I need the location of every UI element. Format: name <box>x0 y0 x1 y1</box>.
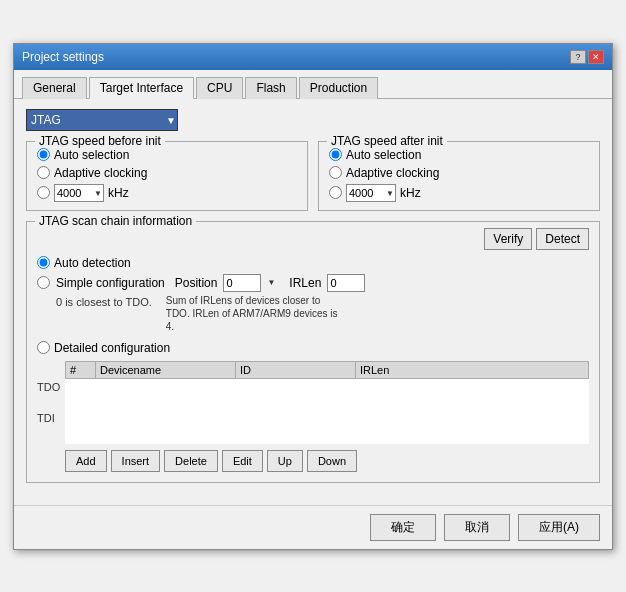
auto-detection-label: Auto detection <box>54 256 131 270</box>
table-body <box>65 379 589 444</box>
window-title: Project settings <box>22 50 104 64</box>
cancel-button[interactable]: 取消 <box>444 514 510 541</box>
irlen-label: IRLen <box>289 276 321 290</box>
pos-irlen-row: Simple configuration Position 0 1 2 ▼ IR… <box>56 274 365 292</box>
col-irlen: IRLen <box>356 361 589 378</box>
title-bar-buttons: ? ✕ <box>570 50 604 64</box>
verify-detect-buttons: Verify Detect <box>484 228 589 250</box>
after-khz-select[interactable]: 4000 2000 1000 <box>346 184 396 202</box>
tdo-tdi-labels: TDO TDI <box>37 361 61 444</box>
speed-before-init-label: JTAG speed before init <box>35 134 165 148</box>
apply-button[interactable]: 应用(A) <box>518 514 600 541</box>
table-header: # Devicename ID IRLen <box>65 361 589 379</box>
col-id: ID <box>236 361 356 378</box>
table-row <box>65 391 589 403</box>
tab-content: JTAG SWD ▼ JTAG speed before init Auto s… <box>14 99 612 505</box>
down-button[interactable]: Down <box>307 450 357 472</box>
speed-before-init-group: JTAG speed before init Auto selection Ad… <box>26 141 308 211</box>
tdi-label: TDI <box>37 412 61 424</box>
table-wrapper: # Devicename ID IRLen <box>65 361 589 444</box>
before-khz-select[interactable]: 4000 2000 1000 <box>54 184 104 202</box>
tab-target-interface[interactable]: Target Interface <box>89 77 194 99</box>
auto-detection-row: Auto detection <box>37 256 589 270</box>
after-khz-radio[interactable] <box>329 186 342 199</box>
tab-production[interactable]: Production <box>299 77 378 99</box>
tabs-bar: General Target Interface CPU Flash Produ… <box>14 70 612 99</box>
before-auto-row: Auto selection <box>37 148 297 162</box>
position-label: Position <box>175 276 218 290</box>
after-auto-label: Auto selection <box>346 148 421 162</box>
jtag-select-row: JTAG SWD ▼ <box>26 109 600 131</box>
desc-row: 0 is closest to TDO. Sum of IRLens of de… <box>56 294 365 333</box>
detailed-config-label: Detailed configuration <box>54 341 170 355</box>
table-row <box>65 403 589 415</box>
zero-desc: 0 is closest to TDO. <box>56 296 152 308</box>
position-dropdown-arrow: ▼ <box>267 278 275 287</box>
position-select-wrapper: 0 1 2 <box>223 274 261 292</box>
col-hash: # <box>66 361 96 378</box>
verify-button[interactable]: Verify <box>484 228 532 250</box>
scan-chain-label: JTAG scan chain information <box>35 214 196 228</box>
tab-cpu[interactable]: CPU <box>196 77 243 99</box>
table-action-buttons: Add Insert Delete Edit Up Down <box>37 450 589 472</box>
table-header-row: # Devicename ID IRLen <box>65 361 589 379</box>
simple-config-inline: Simple configuration Position 0 1 2 ▼ IR… <box>56 274 365 333</box>
jtag-select-wrapper: JTAG SWD ▼ <box>26 109 178 131</box>
simple-config-label: Simple configuration <box>56 276 165 290</box>
after-auto-radio[interactable] <box>329 148 342 161</box>
delete-button[interactable]: Delete <box>164 450 218 472</box>
position-select[interactable]: 0 1 2 <box>223 274 261 292</box>
table-area: TDO TDI # Devicename ID IRLen <box>37 361 589 444</box>
project-settings-window: Project settings ? ✕ General Target Inte… <box>13 43 613 550</box>
help-button[interactable]: ? <box>570 50 586 64</box>
after-adaptive-label: Adaptive clocking <box>346 166 439 180</box>
scan-chain-header: Verify Detect <box>37 228 589 250</box>
footer: 确定 取消 应用(A) <box>14 505 612 549</box>
tab-flash[interactable]: Flash <box>245 77 296 99</box>
before-khz-unit: kHz <box>108 186 129 200</box>
tdo-label: TDO <box>37 381 61 393</box>
table-row <box>65 379 589 391</box>
detect-button[interactable]: Detect <box>536 228 589 250</box>
before-adaptive-row: Adaptive clocking <box>37 166 297 180</box>
scan-chain-group: JTAG scan chain information Verify Detec… <box>26 221 600 483</box>
auto-detection-radio[interactable] <box>37 256 50 269</box>
speed-after-init-group: JTAG speed after init Auto selection Ada… <box>318 141 600 211</box>
before-khz-radio[interactable] <box>37 186 50 199</box>
title-bar: Project settings ? ✕ <box>14 44 612 70</box>
simple-config-row: Simple configuration Position 0 1 2 ▼ IR… <box>37 274 589 333</box>
before-khz-select-wrapper: 4000 2000 1000 ▼ <box>54 184 104 202</box>
after-adaptive-radio[interactable] <box>329 166 342 179</box>
close-button[interactable]: ✕ <box>588 50 604 64</box>
ok-button[interactable]: 确定 <box>370 514 436 541</box>
edit-button[interactable]: Edit <box>222 450 263 472</box>
speed-groups-row: JTAG speed before init Auto selection Ad… <box>26 141 600 211</box>
after-khz-select-wrapper: 4000 2000 1000 ▼ <box>346 184 396 202</box>
before-auto-label: Auto selection <box>54 148 129 162</box>
irlen-desc: Sum of IRLens of devices closer to TDO. … <box>166 294 346 333</box>
after-adaptive-row: Adaptive clocking <box>329 166 589 180</box>
up-button[interactable]: Up <box>267 450 303 472</box>
before-adaptive-label: Adaptive clocking <box>54 166 147 180</box>
add-button[interactable]: Add <box>65 450 107 472</box>
irlen-input[interactable] <box>327 274 365 292</box>
speed-after-init-label: JTAG speed after init <box>327 134 447 148</box>
before-auto-radio[interactable] <box>37 148 50 161</box>
detailed-config-row: Detailed configuration <box>37 341 589 355</box>
after-khz-row: 4000 2000 1000 ▼ kHz <box>329 184 589 202</box>
col-devicename: Devicename <box>96 361 236 378</box>
after-khz-unit: kHz <box>400 186 421 200</box>
tab-general[interactable]: General <box>22 77 87 99</box>
insert-button[interactable]: Insert <box>111 450 161 472</box>
scan-chain-table: # Devicename ID IRLen <box>65 361 589 444</box>
after-auto-row: Auto selection <box>329 148 589 162</box>
detailed-config-radio[interactable] <box>37 341 50 354</box>
before-adaptive-radio[interactable] <box>37 166 50 179</box>
simple-config-radio[interactable] <box>37 276 50 289</box>
before-khz-row: 4000 2000 1000 ▼ kHz <box>37 184 297 202</box>
jtag-select[interactable]: JTAG SWD <box>26 109 178 131</box>
